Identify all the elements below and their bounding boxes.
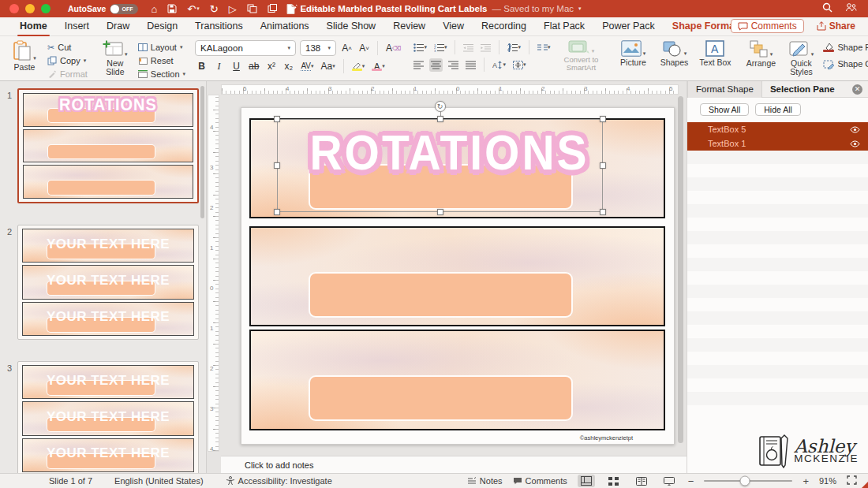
shape-list-item-textbox-5[interactable]: TextBox 5 <box>687 122 868 136</box>
resize-handle-se[interactable] <box>600 209 606 215</box>
shape-list-item-textbox-1[interactable]: TextBox 1 <box>687 136 868 151</box>
shape-outline-button[interactable]: Shape Outline▾ <box>823 58 868 70</box>
tab-review[interactable]: Review <box>384 17 434 36</box>
shapes-button[interactable]: ▾ Shapes <box>656 40 692 67</box>
numbering-button[interactable]: 123▾ <box>432 41 449 54</box>
search-icon[interactable] <box>822 2 832 15</box>
section-button[interactable]: Section▾ <box>138 68 185 80</box>
align-left-button[interactable] <box>412 58 425 72</box>
accessibility-status[interactable]: Accessibility: Investigate <box>226 476 332 486</box>
copy-button[interactable]: Copy▾ <box>47 54 88 67</box>
slide-thumbnail-1[interactable]: ROTATIONS <box>17 88 199 203</box>
arrange-button[interactable]: ▾ Arrange <box>743 40 779 68</box>
paste-options-icon[interactable] <box>247 4 257 13</box>
slide-editing-surface[interactable]: ROTATIONS ↻ ©ashleymckenzietpt <box>241 107 675 445</box>
tab-insert[interactable]: Insert <box>56 17 98 36</box>
paste-button[interactable]: ▾ Paste <box>6 40 43 72</box>
autosave-toggle[interactable]: OFF <box>110 4 138 14</box>
tab-draw[interactable]: Draw <box>98 17 138 36</box>
decrease-indent-button[interactable] <box>462 41 475 54</box>
close-window-button[interactable] <box>9 4 19 13</box>
tab-transitions[interactable]: Transitions <box>186 17 252 36</box>
new-slide-button[interactable]: ▾ New Slide <box>97 40 133 76</box>
more-commands-icon[interactable]: ⋯ <box>309 3 319 15</box>
minimize-window-button[interactable] <box>25 4 35 13</box>
undo-button[interactable]: ↶▾ <box>187 3 199 15</box>
format-painter-button[interactable]: Format <box>47 68 88 80</box>
comments-toggle[interactable]: Comments <box>513 476 567 486</box>
tab-view[interactable]: View <box>434 17 473 36</box>
superscript-button[interactable]: x² <box>264 60 278 73</box>
underline-button[interactable]: U <box>230 60 243 73</box>
align-center-button[interactable] <box>429 58 443 72</box>
slide-counter[interactable]: Slide 1 of 7 <box>49 476 92 486</box>
zoom-slider-thumb[interactable] <box>739 476 750 486</box>
line-spacing-button[interactable]: ▾ <box>506 41 522 54</box>
thumbnail-scrollbar[interactable] <box>200 86 204 218</box>
visibility-eye-icon[interactable] <box>850 126 860 133</box>
change-case-button[interactable]: Aa▾ <box>320 60 337 73</box>
quick-styles-button[interactable]: ▾ Quick Styles <box>784 40 818 76</box>
font-name-select[interactable]: KALagoon▾ <box>195 40 296 56</box>
redo-button[interactable]: ↻ <box>210 3 219 15</box>
slide-thumbnail-2[interactable]: YOUR TEXT HEREYOUR TEXT HEREYOUR TEXT HE… <box>17 225 199 340</box>
font-color-button[interactable]: A▾ <box>370 60 387 73</box>
align-text-button[interactable]: ▾ <box>511 58 528 72</box>
reading-view-button[interactable] <box>633 475 650 487</box>
decrease-font-size-button[interactable]: A˅ <box>357 42 371 55</box>
resize-handle-nw[interactable] <box>274 116 280 122</box>
clear-formatting-button[interactable]: A⌫ <box>384 42 402 55</box>
character-spacing-button[interactable]: AV▾ <box>299 60 315 73</box>
resize-handle-ne[interactable] <box>600 116 606 122</box>
zoom-percentage[interactable]: 91% <box>819 476 836 486</box>
text-highlight-button[interactable]: ▾ <box>350 60 367 73</box>
cut-button[interactable]: ✂Cut <box>47 41 88 54</box>
shape-fill-button[interactable]: Shape Fill▾ <box>823 41 868 54</box>
normal-view-button[interactable] <box>578 475 595 487</box>
selection-box[interactable]: ↻ <box>277 119 603 212</box>
tab-format-shape[interactable]: Format Shape <box>687 81 762 98</box>
fit-slide-button[interactable] <box>847 475 857 486</box>
text-box-button[interactable]: A Text Box <box>697 40 733 67</box>
close-pane-icon[interactable]: ✕ <box>852 84 862 95</box>
notes-pane[interactable]: Click to add notes <box>221 456 687 473</box>
play-from-start-button[interactable]: ▷ <box>229 3 237 15</box>
label-3-text-plate[interactable] <box>309 375 573 421</box>
layout-button[interactable]: Layout▾ <box>138 41 185 54</box>
text-direction-button[interactable]: A▾ <box>491 58 507 72</box>
reset-button[interactable]: Reset <box>138 54 185 67</box>
visibility-eye-icon[interactable] <box>850 140 860 147</box>
presence-icon[interactable] <box>845 2 857 15</box>
tab-slide-show[interactable]: Slide Show <box>318 17 385 36</box>
slide-thumbnail-3[interactable]: YOUR TEXT HEREYOUR TEXT HEREYOUR TEXT HE… <box>17 361 199 473</box>
duplicate-icon[interactable] <box>268 4 278 13</box>
increase-font-size-button[interactable]: A˄ <box>340 42 354 55</box>
language-indicator[interactable]: English (United States) <box>114 476 204 486</box>
resize-handle-sw[interactable] <box>274 209 280 215</box>
tab-flat-pack[interactable]: Flat Pack <box>535 17 593 36</box>
convert-smartart-button[interactable]: ▾ Convert to SmartArt <box>556 40 605 72</box>
zoom-window-button[interactable] <box>41 4 51 13</box>
show-all-button[interactable]: Show All <box>700 103 749 116</box>
rotation-handle[interactable]: ↻ <box>435 101 446 112</box>
zoom-in-button[interactable]: + <box>803 475 809 487</box>
save-icon[interactable] <box>167 4 177 13</box>
tab-power-pack[interactable]: Power Pack <box>593 17 664 36</box>
font-size-select[interactable]: 138▾ <box>300 40 336 56</box>
cart-label-3[interactable] <box>249 330 665 430</box>
tab-recording[interactable]: Recording <box>473 17 535 36</box>
slide-sorter-view-button[interactable] <box>605 475 623 487</box>
bullets-button[interactable]: ▾ <box>412 41 428 54</box>
increase-indent-button[interactable] <box>479 41 492 54</box>
share-button[interactable]: Share <box>812 20 860 32</box>
canvas-scrollbar[interactable] <box>678 96 683 443</box>
notes-toggle[interactable]: Notes <box>467 476 503 486</box>
slideshow-view-button[interactable] <box>660 475 678 487</box>
subscript-button[interactable]: x₂ <box>282 60 295 73</box>
resize-handle-w[interactable] <box>274 162 280 169</box>
resize-handle-s[interactable] <box>437 209 443 215</box>
tab-selection-pane[interactable]: Selection Pane <box>762 81 843 98</box>
italic-button[interactable]: I <box>212 60 226 73</box>
justify-button[interactable] <box>464 58 477 72</box>
resize-handle-e[interactable] <box>600 162 606 169</box>
